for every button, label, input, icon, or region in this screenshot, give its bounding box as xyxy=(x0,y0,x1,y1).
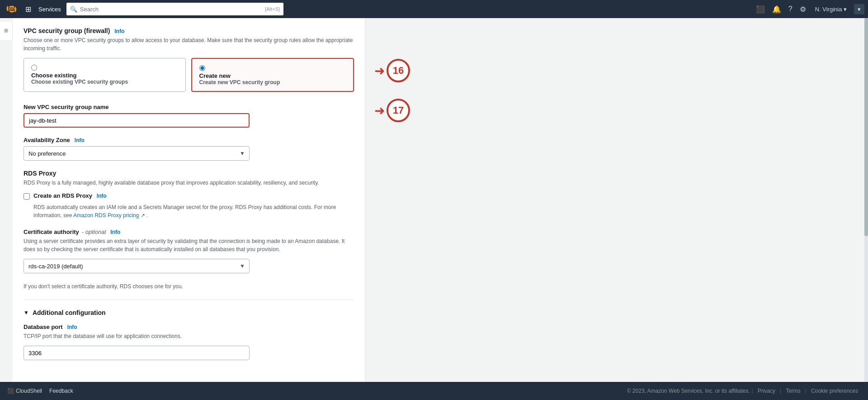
additional-config-title: Additional configuration xyxy=(33,309,106,316)
cert-authority-description: Using a server certificate provides an e… xyxy=(24,237,354,253)
availability-zone-wrapper: No preference us-east-1a us-east-1b us-e… xyxy=(24,146,250,161)
vpc-section-title: VPC security group (firewall) Info xyxy=(24,27,354,34)
hamburger-icon: ≡ xyxy=(4,27,8,35)
search-shortcut: [Alt+S] xyxy=(265,6,280,12)
vpc-existing-desc: Choose existing VPC security groups xyxy=(31,79,178,85)
db-port-label: Database port xyxy=(24,324,63,330)
main-content: VPC security group (firewall) Info Choos… xyxy=(13,18,868,382)
rds-proxy-description: RDS Proxy is a fully managed, highly ava… xyxy=(24,179,354,187)
search-icon: 🔍 xyxy=(70,6,77,13)
step-16-annotation: ➜ 16 xyxy=(374,59,410,82)
cert-authority-label: Certificate authority xyxy=(24,229,79,235)
arrow-17-icon: ➜ xyxy=(374,103,385,118)
availability-zone-info-link[interactable]: Info xyxy=(75,137,85,143)
notifications-icon-btn[interactable]: 🔔 xyxy=(770,3,783,15)
rds-proxy-checkbox[interactable] xyxy=(24,193,30,200)
scrollbar-thumb[interactable] xyxy=(864,18,868,236)
vpc-section: VPC security group (firewall) Info Choos… xyxy=(24,27,354,95)
arrow-16-icon: ➜ xyxy=(374,63,385,78)
rds-proxy-section: RDS Proxy RDS Proxy is a fully managed, … xyxy=(24,170,354,219)
db-port-description: TCP/IP port that the database will use f… xyxy=(24,332,354,340)
nav-right: ⬛ 🔔 ? ⚙ N. Virginia ▾ ▾ xyxy=(754,3,864,15)
step-16-circle: 16 xyxy=(387,59,410,82)
db-port-input[interactable] xyxy=(24,346,250,360)
vpc-existing-title: Choose existing xyxy=(31,72,178,79)
form-panel: VPC security group (firewall) Info Choos… xyxy=(13,18,365,382)
cert-authority-section: Certificate authority - optional Info Us… xyxy=(24,229,354,290)
vpc-description: Choose one or more VPC security groups t… xyxy=(24,36,354,52)
help-icon-btn[interactable]: ? xyxy=(787,3,794,15)
availability-zone-label: Availability Zone xyxy=(24,137,70,143)
svg-text:aws: aws xyxy=(9,6,16,11)
db-port-info-link[interactable]: Info xyxy=(67,324,77,330)
services-label: Services xyxy=(38,6,61,13)
settings-icon-btn[interactable]: ⚙ xyxy=(798,3,808,15)
terminal-icon-btn[interactable]: ⬛ xyxy=(754,3,767,15)
annotation-area: ➜ 16 ➜ 17 xyxy=(365,18,868,382)
rds-proxy-info-link[interactable]: Info xyxy=(97,193,107,199)
region-selector[interactable]: N. Virginia ▾ xyxy=(811,4,850,14)
collapse-icon: ▼ xyxy=(24,310,29,316)
new-group-name-label: New VPC security group name xyxy=(24,104,354,110)
step-17-circle: 17 xyxy=(387,99,410,122)
availability-zone-select[interactable]: No preference us-east-1a us-east-1b us-e… xyxy=(24,146,250,161)
step-17-annotation: ➜ 17 xyxy=(374,99,410,122)
rds-proxy-checkbox-desc: RDS automatically creates an IAM role an… xyxy=(33,203,354,219)
vpc-info-link[interactable]: Info xyxy=(114,28,124,34)
search-input[interactable] xyxy=(80,6,262,13)
vpc-create-new-option[interactable]: Create new Create new VPC security group xyxy=(191,58,354,92)
vpc-new-desc: Create new VPC security group xyxy=(199,79,346,86)
db-port-section: Database port Info TCP/IP port that the … xyxy=(24,324,354,360)
new-group-name-section: New VPC security group name xyxy=(24,104,354,128)
additional-config-header[interactable]: ▼ Additional configuration xyxy=(24,309,354,316)
cert-authority-help-text: If you don't select a certificate author… xyxy=(24,282,354,290)
rds-proxy-pricing-link[interactable]: Amazon RDS Proxy pricing xyxy=(73,212,139,219)
search-bar[interactable]: 🔍 [Alt+S] xyxy=(66,3,283,15)
sidebar-toggle[interactable]: ≡ xyxy=(0,22,13,40)
new-group-name-input[interactable] xyxy=(24,113,250,128)
vpc-new-radio[interactable] xyxy=(199,65,205,71)
vpc-new-title: Create new xyxy=(199,72,346,79)
cert-optional-label: - optional xyxy=(82,229,106,235)
vpc-existing-radio[interactable] xyxy=(31,65,37,71)
cert-authority-select[interactable]: rds-ca-2019 (default) rds-ca-rsa2048-g1 … xyxy=(24,259,250,273)
vpc-choose-existing-option[interactable]: Choose existing Choose existing VPC secu… xyxy=(24,58,186,92)
section-divider xyxy=(24,300,354,300)
grid-icon[interactable]: ⊞ xyxy=(24,3,33,15)
services-nav-button[interactable]: Services xyxy=(35,4,65,14)
user-menu[interactable]: ▾ xyxy=(854,4,864,14)
scrollbar[interactable] xyxy=(864,18,868,382)
rds-proxy-title: RDS Proxy xyxy=(24,170,354,177)
top-navigation: aws ⊞ Services 🔍 [Alt+S] ⬛ 🔔 ? ⚙ N. Virg… xyxy=(0,0,868,18)
cert-authority-select-wrapper: rds-ca-2019 (default) rds-ca-rsa2048-g1 … xyxy=(24,259,250,273)
rds-proxy-checkbox-group: Create an RDS Proxy Info xyxy=(24,192,354,200)
aws-logo[interactable]: aws xyxy=(4,1,20,17)
additional-config-section: ▼ Additional configuration Database port… xyxy=(24,309,354,360)
vpc-radio-group: Choose existing Choose existing VPC secu… xyxy=(24,58,354,95)
availability-zone-section: Availability Zone Info No preference us-… xyxy=(24,137,354,161)
rds-proxy-checkbox-label[interactable]: Create an RDS Proxy Info xyxy=(33,192,107,199)
cert-authority-info-link[interactable]: Info xyxy=(110,229,120,235)
